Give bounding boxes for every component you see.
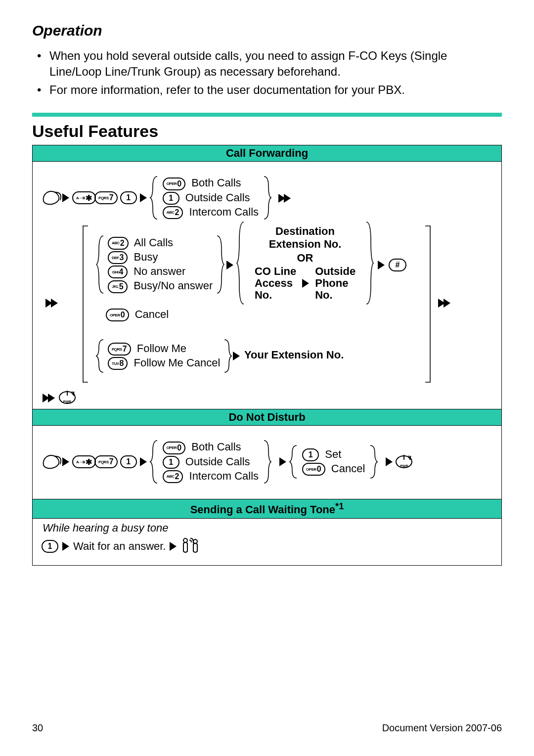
pwr-icon: ↯ PWR (396, 455, 412, 468)
call-forwarding-header: Call Forwarding (33, 145, 501, 162)
call-type-option: ABC2 Intercom Calls (163, 470, 259, 483)
double-arrow-icon (45, 298, 58, 308)
or-label: OR (248, 252, 362, 265)
key-0: OPER0 (163, 442, 186, 454)
arrow-icon (62, 457, 69, 466)
dnd-body: A↔B✱ PQRS7 1 OPER0 Both Calls 1 Outside … (33, 426, 501, 499)
key-2: ABC2 (163, 470, 183, 483)
talk-icon (41, 453, 60, 470)
cf-row3: ↯ PWR (38, 391, 496, 409)
key-1: 1 (302, 448, 319, 461)
key-1: 1 (163, 192, 179, 205)
key-5: JKL5 (108, 280, 128, 293)
call-type-option: OPER0 Both Calls (163, 441, 259, 454)
arrow-icon (140, 457, 147, 466)
section-title: Useful Features (32, 122, 502, 141)
cf-conditions: ABC2 All Calls DEF3 Busy GHI4 No answer … (108, 236, 213, 293)
key-sequence: A↔B ✱ PQRS 7 1 (72, 191, 137, 204)
action-option: 1 Set (302, 448, 365, 461)
key-4: GHI4 (108, 266, 128, 278)
wait-text: Wait for an answer. (73, 540, 166, 553)
page-number: 30 (32, 722, 43, 734)
cancel-option: OPER0 Cancel (106, 308, 169, 321)
brace-right-icon (364, 221, 374, 305)
page-header: Operation (32, 22, 502, 39)
key-0: OPER0 (106, 309, 129, 321)
arrow-icon (386, 457, 393, 466)
svg-point-0 (183, 538, 187, 542)
destination-group: Destination Extension No. OR CO Line Acc… (248, 225, 362, 302)
call-waiting-header: Sending a Call Waiting Tone*1 (33, 499, 501, 518)
brace-right-icon (368, 445, 378, 479)
key-1: 1 (120, 455, 137, 468)
key-0: OPER0 (302, 463, 325, 476)
condition-option: DEF3 Busy (108, 251, 213, 264)
call-waiting-body: While hearing a busy tone 1 Wait for an … (33, 519, 501, 565)
outside-phone-label: Outside Phone No. (315, 266, 356, 302)
call-forwarding-body: A↔B ✱ PQRS 7 1 OPER (33, 162, 501, 409)
key-star: A↔B ✱ (72, 191, 96, 204)
cf-row1: A↔B ✱ PQRS 7 1 OPER (38, 166, 496, 220)
key-8: TUV8 (108, 357, 128, 370)
arrow-icon (226, 261, 233, 269)
call-type-option: 1 Outside Calls (163, 191, 259, 205)
condition-option: ABC2 All Calls (108, 236, 213, 250)
condition-option: GHI4 No answer (108, 265, 213, 278)
brace-left-icon (96, 235, 106, 294)
arrow-icon (170, 542, 177, 551)
double-arrow-icon (43, 393, 55, 402)
follow-option: TUV8 Follow Me Cancel (108, 356, 220, 370)
page-footer: 30 Document Version 2007-06 (32, 722, 502, 734)
brace-left-icon (96, 339, 106, 373)
operation-notes: When you hold several outside calls, you… (32, 48, 502, 98)
section-divider (32, 113, 502, 117)
arrow-icon (140, 193, 147, 202)
brace-right-icon (222, 339, 232, 373)
key-2: ABC 2 (163, 206, 183, 219)
action-option: OPER0 Cancel (302, 462, 365, 476)
arrow-icon (233, 352, 240, 360)
key-3: DEF3 (108, 251, 128, 264)
co-line-label: CO Line Access No. (255, 266, 296, 302)
bracket-right-icon (423, 225, 432, 385)
key-hash: # (389, 259, 406, 271)
key-1: 1 (163, 456, 179, 469)
key-7: PQRS7 (108, 343, 131, 356)
condition-option: JKL5 Busy/No answer (108, 279, 213, 293)
your-ext-label: Your Extension No. (244, 349, 344, 361)
bracket-left-icon (81, 225, 90, 385)
features-table: Call Forwarding A↔B ✱ PQRS 7 1 (32, 145, 502, 565)
call-type-option: ABC 2 Intercom Calls (163, 206, 259, 219)
brace-left-icon (150, 440, 160, 484)
talk-icon (41, 189, 60, 206)
brace-right-icon (262, 176, 271, 220)
brace-left-icon (150, 176, 160, 220)
cf-call-types: OPER 0 Both Calls 1 Outside Calls ABC 2 (163, 177, 259, 219)
dnd-actions: 1 Set OPER0 Cancel (302, 448, 365, 476)
double-arrow-icon (438, 298, 450, 308)
note-item: When you hold several outside calls, you… (49, 48, 502, 80)
brace-left-icon (236, 221, 246, 305)
key-2: ABC2 (108, 237, 129, 250)
key-star: A↔B✱ (72, 455, 96, 468)
key-7: PQRS7 (94, 455, 118, 468)
dnd-call-types: OPER0 Both Calls 1 Outside Calls ABC2 In… (163, 441, 259, 483)
brace-right-icon (215, 235, 224, 294)
call-type-option: OPER 0 Both Calls (163, 177, 259, 190)
key-7: PQRS 7 (94, 191, 118, 204)
double-arrow-icon (278, 193, 291, 203)
destination-ext-label: Destination Extension No. (248, 225, 362, 251)
key-1: 1 (42, 540, 58, 553)
dnd-row: A↔B✱ PQRS7 1 OPER0 Both Calls 1 Outside … (38, 430, 496, 494)
doc-version: Document Version 2007-06 (382, 722, 502, 734)
svg-point-1 (193, 539, 197, 543)
arrow-icon (378, 261, 385, 269)
call-type-option: 1 Outside Calls (163, 455, 259, 469)
arrow-icon (279, 457, 286, 466)
brace-right-icon (262, 440, 271, 484)
arrow-icon (62, 542, 69, 551)
key-1: 1 (120, 191, 137, 204)
dnd-header: Do Not Disturb (33, 409, 501, 426)
arrow-icon (302, 279, 309, 288)
cf-follow-group: PQRS7 Follow Me TUV8 Follow Me Cancel (108, 342, 220, 370)
